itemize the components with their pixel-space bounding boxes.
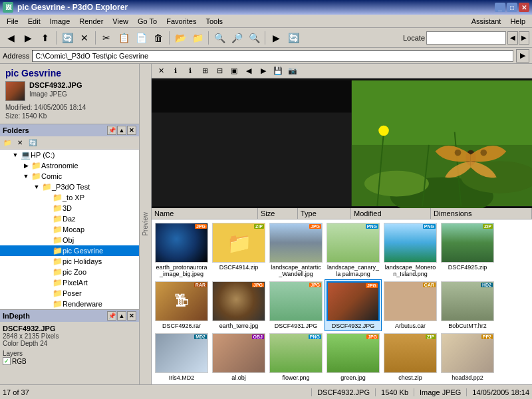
address-input[interactable] bbox=[32, 50, 513, 62]
toolbar-btn-up[interactable]: ⬆ bbox=[37, 30, 53, 46]
tree-item-obj[interactable]: 📁 Obj bbox=[0, 235, 139, 245]
toolbar-btn-copy[interactable]: 📋 bbox=[116, 30, 132, 46]
tree-item-picgesvrine[interactable]: 📁 pic Gesvrine bbox=[0, 245, 139, 256]
menu-goto[interactable]: Go To bbox=[134, 17, 161, 26]
tree-item-renderware[interactable]: 📁 Renderware bbox=[0, 299, 139, 309]
toolbar-btn-zoom-out[interactable]: 🔍 bbox=[246, 30, 262, 46]
folder-add[interactable]: 📁 bbox=[1, 138, 13, 148]
tree-item-daz[interactable]: 📁 Daz bbox=[0, 213, 139, 224]
tree-item-hp[interactable]: ▼ 💻 HP (C:) bbox=[0, 150, 139, 160]
preview-fit[interactable]: ▣ bbox=[227, 65, 241, 77]
file-cell-bob[interactable]: HD2 BobCutMT.hr2 bbox=[439, 279, 496, 331]
preview-prev[interactable]: ◀ bbox=[242, 65, 255, 77]
toolbar-btn-stop[interactable]: ✕ bbox=[76, 30, 92, 46]
folders-up[interactable]: ▲ bbox=[117, 126, 126, 135]
toolbar-btn-move[interactable]: 📂 bbox=[172, 30, 188, 46]
preview-grid[interactable]: ⊞ bbox=[198, 65, 211, 77]
file-cell-zip2[interactable]: ZIP DSCF4925.zip bbox=[439, 221, 496, 279]
toolbar-btn-slide[interactable]: ▶ bbox=[268, 30, 284, 46]
col-modified[interactable]: Modified bbox=[351, 208, 431, 219]
tree-toggle[interactable]: ▶ bbox=[21, 161, 31, 170]
tree-item-poser[interactable]: 📁 Poser bbox=[0, 288, 139, 299]
tree-item-toxp[interactable]: 📁 _to XP bbox=[0, 192, 139, 203]
tree-item-mocap[interactable]: 📁 Mocap bbox=[0, 224, 139, 235]
toolbar-btn-back[interactable]: ◀ bbox=[3, 30, 19, 46]
tree-item-comic[interactable]: ▼ 📁 Comic bbox=[0, 171, 139, 182]
file-cell-bmp1[interactable]: BMP texture1.bmp bbox=[210, 383, 267, 384]
toolbar-btn-search[interactable]: 🔍 bbox=[211, 30, 227, 46]
col-dimensions[interactable]: Dimensions bbox=[431, 208, 532, 219]
file-cell-chest[interactable]: ZIP chest.zip bbox=[382, 331, 439, 383]
file-cell-earth1[interactable]: JPG earth_protonaurora_image_big.jpeg bbox=[153, 221, 210, 279]
tree-item-3d[interactable]: 📁 3D bbox=[0, 203, 139, 213]
preview-capture[interactable]: 📷 bbox=[286, 65, 299, 77]
tree-toggle[interactable]: ▼ bbox=[11, 150, 20, 160]
folder-delete[interactable]: ✕ bbox=[14, 138, 26, 148]
file-cell-landscape1[interactable]: JPG landscape_antartic_Wandell.jpg bbox=[267, 221, 325, 279]
file-cell-zip1[interactable]: 📁 ZIP DSCF4914.zip bbox=[210, 221, 267, 279]
preview-close[interactable]: ✕ bbox=[154, 65, 168, 77]
file-cell-dscf4932[interactable]: JPG DSCF4932.JPG bbox=[325, 279, 382, 331]
tree-item-astronomie[interactable]: ▶ 📁 Astronomie bbox=[0, 160, 139, 171]
file-cell-landscape2[interactable]: PNG landscape_canary_la palma.png bbox=[325, 221, 382, 279]
preview-zoom-out[interactable]: ⊟ bbox=[213, 65, 226, 77]
file-cell-al[interactable]: OBJ al.obj bbox=[210, 331, 267, 383]
menu-favorites[interactable]: Favorites bbox=[162, 17, 200, 26]
toolbar-btn-convert[interactable]: 🔄 bbox=[285, 30, 301, 46]
tree-item-picholidays[interactable]: 📁 pic Holidays bbox=[0, 256, 139, 267]
col-name[interactable]: Name bbox=[152, 208, 258, 219]
folder-refresh[interactable]: 🔄 bbox=[27, 138, 39, 148]
svg-point-9 bbox=[480, 150, 487, 156]
tree-item-p3do[interactable]: ▼ 📁 _P3dO Test bbox=[0, 182, 139, 192]
minimize-button[interactable]: _ bbox=[495, 3, 505, 12]
layer-check[interactable]: ✓ bbox=[3, 357, 11, 365]
file-cell-bmp2[interactable]: BMP wood.bmp bbox=[267, 383, 325, 384]
menu-view[interactable]: View bbox=[108, 17, 132, 26]
tree-toggle[interactable]: ▼ bbox=[21, 172, 31, 181]
indepth-pin[interactable]: 📌 bbox=[107, 311, 116, 321]
toolbar-btn-delete[interactable]: 🗑 bbox=[150, 30, 166, 46]
preview-save[interactable]: 💾 bbox=[271, 65, 285, 77]
menu-image[interactable]: Image bbox=[46, 17, 74, 26]
locate-input[interactable] bbox=[426, 31, 506, 45]
folders-pin[interactable]: 📌 bbox=[107, 126, 116, 135]
menu-tools[interactable]: Tools bbox=[201, 17, 227, 26]
preview-info2[interactable]: ℹ bbox=[184, 65, 197, 77]
file-cell-flower[interactable]: PNG flower.png bbox=[267, 331, 325, 383]
file-cell-iris[interactable]: MD2 Iris4.MD2 bbox=[153, 331, 210, 383]
toolbar-btn-zoom-in[interactable]: 🔎 bbox=[229, 30, 245, 46]
toolbar-btn-newfolder[interactable]: 📁 bbox=[190, 30, 205, 46]
toolbar-btn-forward[interactable]: ▶ bbox=[20, 30, 36, 46]
locate-forward[interactable]: ▶ bbox=[519, 31, 529, 45]
file-cell-dscf4931[interactable]: JPG DSCF4931.JPG bbox=[267, 279, 325, 331]
toolbar-btn-paste[interactable]: 📄 bbox=[133, 30, 149, 46]
file-cell-face[interactable]: PP2 face.pp2 bbox=[153, 383, 210, 384]
menu-file[interactable]: File bbox=[3, 17, 23, 26]
tree-toggle[interactable]: ▼ bbox=[32, 182, 41, 192]
file-cell-landscape3[interactable]: PNG landscape_Moneron_Island.png bbox=[382, 221, 439, 279]
toolbar-btn-cut[interactable]: ✂ bbox=[98, 30, 114, 46]
menu-render[interactable]: Render bbox=[75, 17, 107, 26]
menu-help[interactable]: Help bbox=[506, 17, 529, 26]
locate-back[interactable]: ◀ bbox=[507, 31, 518, 45]
col-size[interactable]: Size bbox=[258, 208, 298, 219]
preview-next[interactable]: ▶ bbox=[257, 65, 270, 77]
file-cell-rar[interactable]: 🗜 RAR DSCF4926.rar bbox=[153, 279, 210, 331]
folders-close[interactable]: ✕ bbox=[127, 126, 136, 135]
toolbar-btn-refresh[interactable]: 🔄 bbox=[59, 30, 75, 46]
col-type[interactable]: Type bbox=[298, 208, 351, 219]
preview-info[interactable]: ℹ bbox=[169, 65, 182, 77]
indepth-close[interactable]: ✕ bbox=[127, 311, 136, 321]
file-cell-head3d[interactable]: PP2 head3d.pp2 bbox=[439, 331, 496, 383]
file-cell-arbutus[interactable]: CAR Arbutus.car bbox=[382, 279, 439, 331]
file-cell-earth2[interactable]: JPG earth_terre.jpg bbox=[210, 279, 267, 331]
menu-edit[interactable]: Edit bbox=[24, 17, 45, 26]
indepth-up[interactable]: ▲ bbox=[117, 311, 126, 321]
close-button[interactable]: ✕ bbox=[519, 3, 529, 12]
address-go-button[interactable]: ▶ bbox=[516, 49, 529, 63]
menu-assistant[interactable]: Assistant bbox=[467, 17, 505, 26]
maximize-button[interactable]: □ bbox=[507, 3, 517, 12]
tree-item-pixelart[interactable]: 📁 PixelArt bbox=[0, 277, 139, 288]
file-cell-green[interactable]: JPG green.jpg bbox=[325, 331, 382, 383]
tree-item-piczoo[interactable]: 📁 pic Zoo bbox=[0, 267, 139, 277]
